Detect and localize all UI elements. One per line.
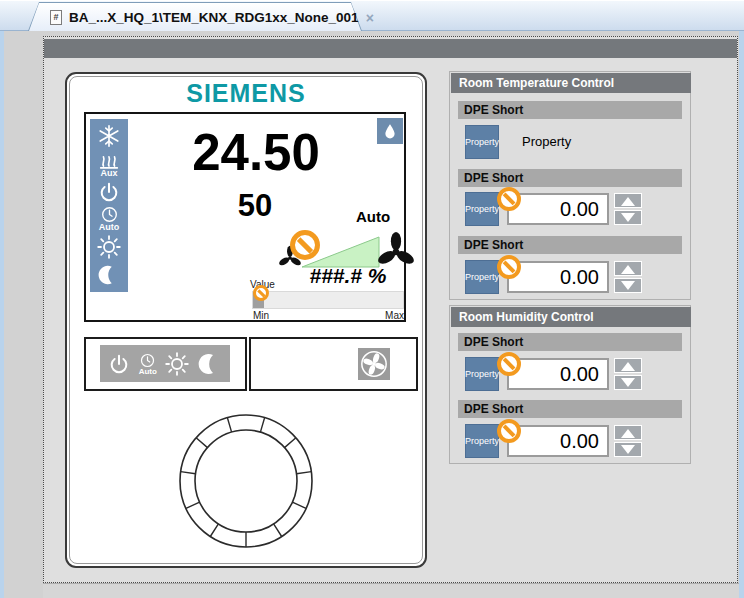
slider-max-label: Max bbox=[368, 310, 404, 321]
spinner-up-button[interactable] bbox=[614, 358, 642, 373]
panel-header: Room Humidity Control bbox=[451, 307, 691, 327]
mode-button-strip: Auto bbox=[100, 345, 230, 382]
prohibited-badge bbox=[497, 352, 521, 376]
spinner-down-button[interactable] bbox=[614, 210, 642, 225]
aux-label: Aux bbox=[97, 169, 121, 177]
brand-logo: SIEMENS bbox=[65, 79, 427, 105]
window-frame-left bbox=[0, 31, 4, 598]
dpe-bar: DPE Short bbox=[458, 333, 682, 351]
temperature-value: 24.50 bbox=[128, 122, 384, 184]
document-icon: # bbox=[50, 10, 62, 25]
prohibited-badge bbox=[290, 230, 320, 260]
dpe-bar: DPE Short bbox=[458, 400, 682, 418]
tab-title: BA_...X_HQ_1\TEM_KNX_RDG1xx_None_001 bbox=[69, 10, 359, 25]
value-spinbox[interactable]: 0.00 bbox=[507, 425, 609, 457]
heating-icon: Aux bbox=[97, 152, 121, 177]
fan-button[interactable] bbox=[358, 348, 390, 380]
property-label: Property bbox=[522, 134, 571, 149]
auto-label: Auto bbox=[99, 223, 120, 231]
window-frame-right bbox=[739, 31, 744, 598]
room-humidity-panel: Room Humidity Control DPE Short Property… bbox=[449, 305, 691, 464]
property-button[interactable]: Property bbox=[465, 424, 499, 458]
slider-min-label: Min bbox=[253, 310, 269, 321]
room-temperature-panel: Room Temperature Control DPE Short Prope… bbox=[449, 71, 691, 300]
dpe-bar: DPE Short bbox=[458, 236, 682, 254]
fan-percent-placeholder: ###.# % bbox=[297, 264, 399, 288]
dpe-bar: DPE Short bbox=[458, 101, 682, 119]
prohibited-badge bbox=[497, 419, 521, 443]
property-button[interactable]: Property bbox=[465, 125, 499, 159]
droplet-icon bbox=[382, 122, 398, 140]
power-button[interactable] bbox=[108, 353, 130, 375]
snowflake-icon bbox=[97, 124, 121, 148]
strip-auto-label: Auto bbox=[139, 368, 157, 375]
spinner-up-button[interactable] bbox=[614, 193, 642, 208]
spinner-up-button[interactable] bbox=[614, 261, 642, 276]
comfort-button[interactable] bbox=[165, 352, 189, 376]
display-mode-sidebar: Aux Auto bbox=[90, 119, 128, 292]
dpe-bar: DPE Short bbox=[458, 169, 682, 187]
fan-auto-label: Auto bbox=[356, 208, 390, 225]
moon-icon bbox=[98, 263, 120, 287]
auto-button[interactable]: Auto bbox=[139, 353, 157, 375]
spinner-up-button[interactable] bbox=[614, 425, 642, 440]
value-spinbox[interactable]: 0.00 bbox=[507, 261, 609, 293]
rotary-dial[interactable] bbox=[177, 412, 315, 550]
value-spinbox[interactable]: 0.00 bbox=[507, 358, 609, 390]
property-button[interactable]: Property bbox=[465, 192, 499, 226]
prohibited-badge bbox=[497, 187, 521, 211]
slider-prohibited-badge bbox=[253, 285, 269, 301]
canvas-bottom-strip bbox=[43, 583, 739, 598]
economy-button[interactable] bbox=[198, 351, 222, 377]
panel-header: Room Temperature Control bbox=[451, 73, 691, 93]
canvas-top-strip bbox=[44, 39, 737, 58]
value-slider-track[interactable] bbox=[252, 291, 404, 309]
fan-swirl-icon bbox=[360, 350, 388, 378]
auto-timer-icon: Auto bbox=[99, 206, 120, 231]
spinner-down-button[interactable] bbox=[614, 278, 642, 293]
value-spinbox[interactable]: 0.00 bbox=[507, 193, 609, 225]
fan-button-box bbox=[249, 337, 418, 391]
property-button[interactable]: Property bbox=[465, 260, 499, 294]
tab-close-icon[interactable]: × bbox=[366, 10, 374, 26]
document-tab[interactable]: # BA_...X_HQ_1\TEM_KNX_RDG1xx_None_001 × bbox=[28, 2, 362, 31]
prohibited-badge bbox=[497, 255, 521, 279]
spinner-down-button[interactable] bbox=[614, 375, 642, 390]
setpoint-value: 50 bbox=[130, 188, 380, 224]
power-icon bbox=[98, 181, 120, 203]
property-button[interactable]: Property bbox=[465, 357, 499, 391]
sun-icon bbox=[97, 235, 121, 259]
spinner-down-button[interactable] bbox=[614, 442, 642, 457]
